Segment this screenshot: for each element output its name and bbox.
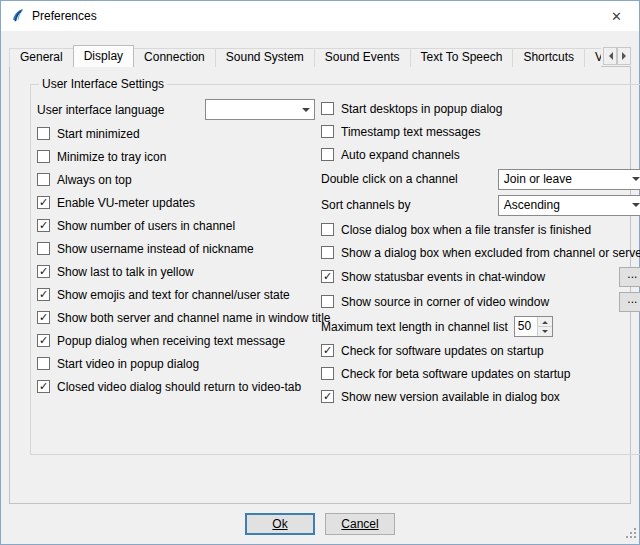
checkbox-box: ✓: [37, 311, 50, 324]
checkbox-statusbar-events[interactable]: ✓ Show statusbar events in chat-window: [321, 270, 545, 284]
checkbox-box: [321, 125, 334, 138]
checkbox-box: [37, 150, 50, 163]
checkbox-box: [321, 367, 334, 380]
checkbox-check-updates[interactable]: ✓ Check for software updates on startup: [321, 339, 640, 362]
double-click-label: Double click on a channel: [321, 172, 458, 186]
spin-down-button[interactable]: [538, 326, 552, 336]
language-label: User interface language: [37, 103, 164, 117]
statusbar-events-more-button[interactable]: ...: [619, 267, 640, 287]
checkbox-box: ✓: [321, 344, 334, 357]
group-title: User Interface Settings: [39, 77, 167, 91]
max-text-length-label: Maximum text length in channel list: [321, 320, 508, 334]
checkbox-box: ✓: [321, 390, 334, 403]
checkbox-video-source-corner[interactable]: Show source in corner of video window: [321, 295, 549, 309]
double-click-combobox[interactable]: Join or leave: [498, 169, 640, 190]
tab-sound-events[interactable]: Sound Events: [314, 48, 411, 67]
window-title: Preferences: [32, 9, 97, 23]
video-source-more-button[interactable]: ...: [619, 292, 640, 312]
checkbox-box: [321, 102, 334, 115]
chevron-down-icon: [297, 100, 314, 119]
sort-channels-label: Sort channels by: [321, 198, 410, 212]
resize-grip[interactable]: [625, 527, 637, 542]
checkbox-start-minimized[interactable]: Start minimized: [37, 122, 315, 145]
left-column: User interface language Start minimized …: [37, 97, 315, 408]
checkbox-popup-text-message[interactable]: ✓ Popup dialog when receiving text messa…: [37, 329, 315, 352]
close-button[interactable]: ✕: [594, 1, 639, 31]
checkbox-box: [321, 246, 334, 259]
chevron-down-icon: [628, 170, 640, 189]
group-user-interface-settings: User Interface Settings User interface l…: [30, 77, 640, 455]
checkbox-box: [37, 357, 50, 370]
arrow-down-icon: [542, 330, 548, 336]
sort-channels-combobox[interactable]: Ascending: [498, 195, 640, 216]
checkbox-auto-expand-channels[interactable]: Auto expand channels: [321, 143, 640, 166]
display-tab-page: User Interface Settings User interface l…: [9, 66, 631, 504]
checkbox-desktops-popup[interactable]: Start desktops in popup dialog: [321, 97, 640, 120]
arrow-right-icon: [622, 52, 630, 60]
checkbox-show-user-count[interactable]: ✓ Show number of users in channel: [37, 214, 315, 237]
checkbox-video-return-tab[interactable]: ✓ Closed video dialog should return to v…: [37, 375, 315, 398]
tab-sound-system[interactable]: Sound System: [215, 48, 315, 67]
checkbox-box: ✓: [321, 270, 334, 283]
checkbox-box: [37, 242, 50, 255]
max-text-length-spinner[interactable]: 50: [514, 316, 553, 337]
arrow-up-icon: [542, 318, 548, 324]
checkbox-show-username[interactable]: Show username instead of nickname: [37, 237, 315, 260]
checkbox-timestamp-messages[interactable]: Timestamp text messages: [321, 120, 640, 143]
preferences-window: Preferences ✕ General Display Connection…: [0, 0, 640, 545]
checkbox-video-popup[interactable]: Start video in popup dialog: [37, 352, 315, 375]
tab-video[interactable]: Video: [584, 48, 601, 67]
tab-scroll-left-button[interactable]: [603, 47, 617, 65]
arrow-left-icon: [605, 52, 613, 60]
checkbox-last-to-talk[interactable]: ✓ Show last to talk in yellow: [37, 260, 315, 283]
checkbox-window-title[interactable]: ✓ Show both server and channel name in w…: [37, 306, 315, 329]
checkbox-box: [321, 223, 334, 236]
checkbox-emoji-state[interactable]: ✓ Show emojis and text for channel/user …: [37, 283, 315, 306]
tab-connection[interactable]: Connection: [133, 48, 216, 67]
checkbox-always-on-top[interactable]: Always on top: [37, 168, 315, 191]
checkbox-box: ✓: [37, 288, 50, 301]
chevron-down-icon: [628, 196, 640, 215]
tab-general[interactable]: General: [9, 48, 74, 67]
checkbox-box: ✓: [37, 219, 50, 232]
right-column: Start desktops in popup dialog Timestamp…: [321, 97, 640, 408]
checkbox-box: ✓: [37, 196, 50, 209]
ok-button[interactable]: Ok: [245, 513, 315, 535]
checkbox-box: [321, 295, 334, 308]
checkbox-vu-meter-updates[interactable]: ✓ Enable VU-meter updates: [37, 191, 315, 214]
checkbox-check-beta-updates[interactable]: Check for beta software updates on start…: [321, 362, 640, 385]
checkbox-box: ✓: [37, 380, 50, 393]
title-bar[interactable]: Preferences ✕: [1, 1, 639, 31]
tab-scroll-control: [603, 47, 631, 65]
checkbox-box: ✓: [37, 334, 50, 347]
tab-strip: General Display Connection Sound System …: [9, 45, 631, 67]
dialog-button-row: Ok Cancel: [1, 504, 639, 544]
tab-shortcuts[interactable]: Shortcuts: [512, 48, 585, 67]
checkbox-excluded-dialog[interactable]: Show a dialog box when excluded from cha…: [321, 241, 640, 264]
tab-scroll-right-button[interactable]: [617, 47, 631, 65]
tab-text-to-speech[interactable]: Text To Speech: [410, 48, 514, 67]
checkbox-box: [37, 127, 50, 140]
checkbox-box: [37, 173, 50, 186]
spin-up-button[interactable]: [538, 317, 552, 326]
checkbox-box: [321, 148, 334, 161]
checkbox-new-version-dialog[interactable]: ✓ Show new version available in dialog b…: [321, 385, 640, 408]
tab-display[interactable]: Display: [73, 45, 134, 67]
language-combobox[interactable]: [205, 99, 315, 120]
checkbox-close-on-transfer[interactable]: Close dialog box when a file transfer is…: [321, 218, 640, 241]
app-icon: [9, 8, 25, 24]
cancel-button[interactable]: Cancel: [325, 513, 395, 535]
checkbox-minimize-to-tray[interactable]: Minimize to tray icon: [37, 145, 315, 168]
checkbox-box: ✓: [37, 265, 50, 278]
